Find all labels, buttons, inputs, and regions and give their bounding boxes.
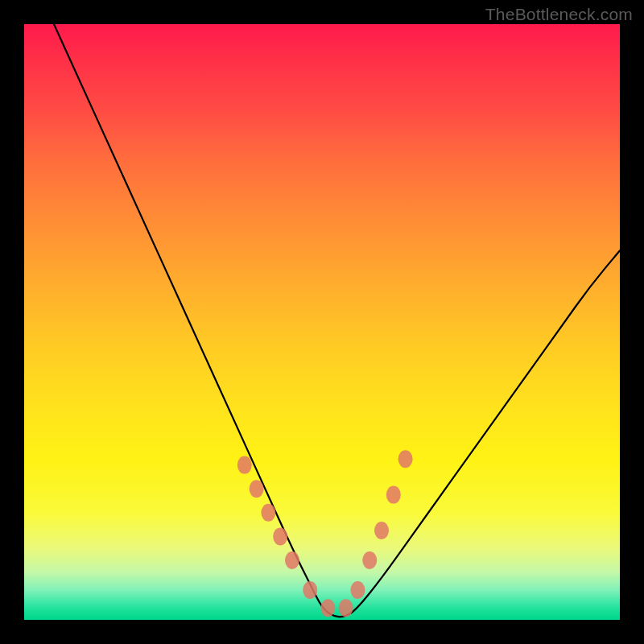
marker-dot	[250, 480, 264, 497]
curve-group	[54, 24, 620, 617]
marker-dot	[320, 599, 335, 617]
marker-dot	[374, 522, 389, 539]
marker-dot	[398, 450, 413, 468]
highlight-markers	[237, 450, 413, 617]
marker-dot	[237, 456, 252, 474]
bottleneck-curve	[54, 24, 620, 617]
marker-dot	[362, 551, 377, 569]
marker-dot	[273, 527, 287, 545]
marker-dot	[303, 581, 317, 599]
chart-frame: TheBottleneck.com	[0, 0, 644, 644]
marker-dot	[386, 486, 401, 504]
marker-dot	[261, 504, 275, 522]
marker-dot	[285, 551, 299, 569]
marker-dot	[339, 599, 353, 617]
chart-svg	[24, 24, 620, 620]
plot-area	[24, 24, 620, 620]
watermark-text: TheBottleneck.com	[485, 5, 633, 24]
marker-dot	[350, 581, 365, 599]
